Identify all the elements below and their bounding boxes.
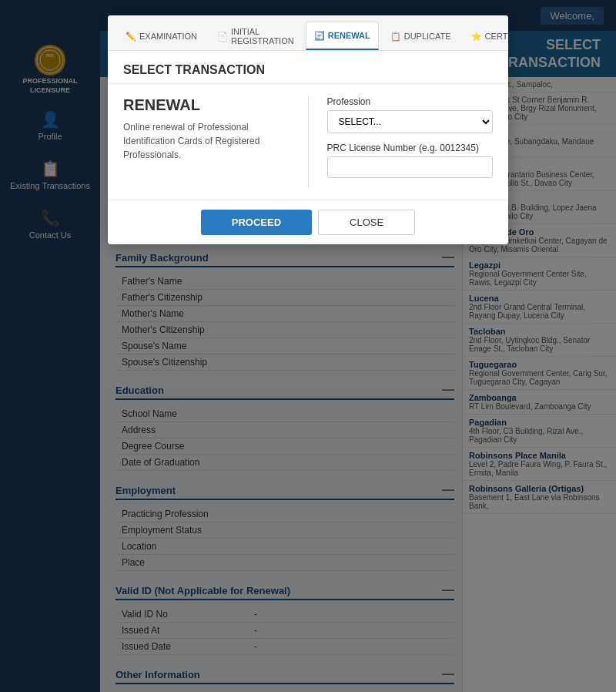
profession-group: Profession SELECT... — [327, 96, 494, 133]
renewal-desc: Online renewal of Professional Identific… — [123, 120, 290, 162]
modal-body: RENEWAL Online renewal of Professional I… — [108, 84, 508, 200]
license-label: PRC License Number (e.g. 0012345) — [327, 143, 494, 153]
tab-initial-reg-label: INITIAL REGISTRATION — [231, 27, 294, 45]
tab-examination-label: EXAMINATION — [139, 32, 197, 41]
license-input[interactable] — [327, 156, 494, 178]
tab-certifications-label: CERTIFICATIONS — [485, 32, 508, 41]
modal-overlay: ✏️ EXAMINATION 📄 INITIAL REGISTRATION 🔄 … — [0, 0, 616, 692]
modal-footer: PROCEED CLOSE — [108, 200, 508, 244]
tab-renewal[interactable]: 🔄 RENEWAL — [306, 22, 379, 50]
proceed-button[interactable]: PROCEED — [201, 210, 312, 235]
tab-renewal-label: RENEWAL — [328, 31, 370, 40]
renewal-icon: 🔄 — [314, 31, 325, 41]
examination-icon: ✏️ — [126, 32, 136, 42]
tab-duplicate[interactable]: 📋 DUPLICATE — [382, 22, 460, 50]
modal-left: RENEWAL Online renewal of Professional I… — [123, 96, 290, 187]
modal-divider — [308, 96, 309, 187]
tab-duplicate-label: DUPLICATE — [404, 32, 451, 41]
modal-tabs: ✏️ EXAMINATION 📄 INITIAL REGISTRATION 🔄 … — [108, 15, 508, 51]
tab-initial-registration[interactable]: 📄 INITIAL REGISTRATION — [209, 22, 303, 50]
modal: ✏️ EXAMINATION 📄 INITIAL REGISTRATION 🔄 … — [108, 15, 508, 244]
close-button[interactable]: CLOSE — [318, 210, 415, 235]
profession-label: Profession — [327, 96, 494, 107]
duplicate-icon: 📋 — [390, 32, 401, 42]
certifications-icon: ⭐ — [471, 32, 482, 42]
license-group: PRC License Number (e.g. 0012345) — [327, 143, 494, 178]
modal-right: Profession SELECT... PRC License Number … — [327, 96, 494, 187]
tab-certifications[interactable]: ⭐ CERTIFICATIONS — [463, 22, 508, 50]
initial-reg-icon: 📄 — [217, 32, 228, 42]
modal-title: SELECT TRANSACTION — [108, 51, 508, 84]
tab-examination[interactable]: ✏️ EXAMINATION — [117, 22, 206, 50]
profession-select[interactable]: SELECT... — [327, 110, 494, 133]
renewal-title: RENEWAL — [123, 96, 290, 114]
